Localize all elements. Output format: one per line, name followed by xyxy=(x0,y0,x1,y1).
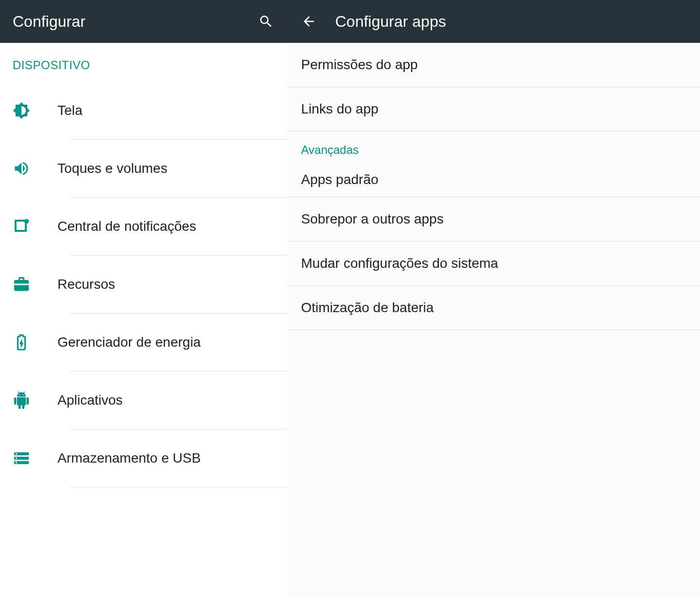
search-button[interactable] xyxy=(254,10,278,33)
app-links-label: Links do app xyxy=(301,101,378,117)
arrow-back-icon xyxy=(301,14,317,29)
apps-item[interactable]: Aplicativos xyxy=(13,372,287,429)
app-permissions-item[interactable]: Permissões do app xyxy=(287,43,700,87)
left-appbar-title: Configurar xyxy=(13,13,254,31)
storage-item[interactable]: Armazenamento e USB xyxy=(13,429,287,487)
modify-system-settings-label: Mudar configurações do sistema xyxy=(301,256,498,271)
resources-label: Recursos xyxy=(57,277,287,292)
display-label: Tela xyxy=(57,103,287,118)
overlay-apps-label: Sobrepor a outros apps xyxy=(301,211,444,227)
storage-icon xyxy=(13,449,30,467)
divider xyxy=(70,487,287,487)
default-apps-label: Apps padrão xyxy=(301,172,378,187)
notification-icon xyxy=(13,218,30,235)
android-icon xyxy=(13,392,30,409)
volume-icon xyxy=(13,160,30,177)
device-section-header: DISPOSITIVO xyxy=(0,43,287,82)
device-settings-list: Tela Toques e volumes Central de notific… xyxy=(0,82,287,597)
sound-label: Toques e volumes xyxy=(57,161,287,176)
right-appbar-title: Configurar apps xyxy=(335,13,446,31)
overlay-apps-item[interactable]: Sobrepor a outros apps xyxy=(287,197,700,241)
battery-optimization-item[interactable]: Otimização de bateria xyxy=(287,286,700,330)
storage-label: Armazenamento e USB xyxy=(57,450,287,466)
notifications-label: Central de notificações xyxy=(57,219,287,234)
app-permissions-label: Permissões do app xyxy=(301,57,418,73)
configure-apps-list: Permissões do app Links do app Avançadas… xyxy=(287,43,700,597)
app-links-item[interactable]: Links do app xyxy=(287,87,700,131)
search-icon xyxy=(258,14,274,29)
right-appbar: Configurar apps xyxy=(287,0,700,43)
briefcase-icon xyxy=(13,276,30,293)
apps-label: Aplicativos xyxy=(57,392,287,408)
resources-item[interactable]: Recursos xyxy=(13,256,287,313)
battery-label: Gerenciador de energia xyxy=(57,335,287,350)
notifications-item[interactable]: Central de notificações xyxy=(13,198,287,255)
battery-charging-icon xyxy=(13,334,30,351)
battery-item[interactable]: Gerenciador de energia xyxy=(13,314,287,371)
back-button[interactable] xyxy=(297,10,321,33)
configure-apps-pane: Configurar apps Permissões do app Links … xyxy=(287,0,700,597)
settings-pane: Configurar DISPOSITIVO Tela Toques e vol… xyxy=(0,0,287,597)
left-appbar: Configurar xyxy=(0,0,287,43)
battery-optimization-label: Otimização de bateria xyxy=(301,300,434,316)
sound-item[interactable]: Toques e volumes xyxy=(13,140,287,197)
brightness-icon xyxy=(13,102,30,119)
display-item[interactable]: Tela xyxy=(13,82,287,139)
advanced-section-header: Avançadas xyxy=(287,131,700,163)
modify-system-settings-item[interactable]: Mudar configurações do sistema xyxy=(287,242,700,285)
divider xyxy=(287,330,700,330)
svg-point-0 xyxy=(24,219,29,224)
default-apps-item[interactable]: Apps padrão xyxy=(287,163,700,197)
